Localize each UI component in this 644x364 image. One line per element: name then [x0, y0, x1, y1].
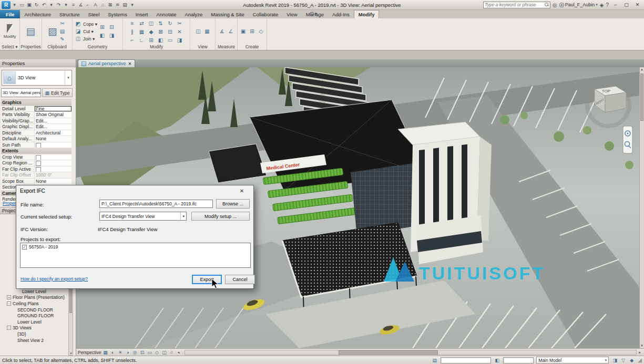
close-button[interactable]: ✕	[633, 1, 642, 9]
tree-expand-icon[interactable]	[12, 314, 16, 318]
edit-type-button[interactable]: ▦ Edit Type	[42, 88, 73, 97]
type-selector-dropdown-icon[interactable]: ▾	[65, 70, 71, 85]
switch-windows-panel-icon[interactable]: ◫	[195, 28, 202, 35]
tree-expand-icon[interactable]	[12, 308, 16, 312]
create-assembly-icon[interactable]: ◇	[257, 28, 265, 35]
cancel-button[interactable]: Cancel	[225, 275, 255, 284]
match-type-icon[interactable]: ✎	[58, 36, 66, 43]
tree-item[interactable]: {3D}	[1, 331, 68, 337]
trim-icon[interactable]: ✂	[176, 19, 183, 27]
tree-item[interactable]: Lower Level	[1, 319, 68, 325]
paint-icon[interactable]: ◨	[108, 32, 116, 39]
minimize-button[interactable]: –	[611, 1, 620, 9]
active-design-option-combo[interactable]: Main Model ▾	[536, 357, 609, 363]
maximize-button[interactable]: ▢	[622, 1, 631, 9]
scrollbar-thumb[interactable]	[339, 350, 438, 355]
unlocked-view-icon[interactable]: ◇	[153, 349, 160, 356]
rotate-icon[interactable]: ↻	[166, 19, 174, 27]
tab-insert[interactable]: Insert	[131, 10, 152, 18]
split-face-icon[interactable]: ◧	[98, 32, 106, 39]
exclude-options-icon[interactable]: ◨	[611, 358, 618, 363]
unpin-icon[interactable]: ⊟	[166, 28, 174, 35]
exchange-apps-icon[interactable]: ◈	[600, 2, 604, 8]
modify-selection-icon[interactable]: ⊡	[310, 11, 314, 16]
cut-tool[interactable]: ◪Cut ▾	[74, 28, 97, 35]
wall-joins-icon[interactable]: ⊞	[98, 23, 106, 30]
tab-steel[interactable]: Steel	[84, 10, 104, 18]
property-row[interactable]: Scope Box None	[1, 179, 71, 185]
tab-analyze[interactable]: Analyze	[181, 10, 207, 18]
tree-expand-icon[interactable]	[12, 332, 16, 336]
close-inactive-icon[interactable]: ▦	[203, 28, 211, 35]
worksets-icon[interactable]: ▤	[431, 358, 438, 363]
measure-between-icon[interactable]: ∡	[218, 28, 226, 35]
property-row[interactable]: Default Analy... None	[1, 136, 71, 142]
default-3d-view-icon[interactable]: ⌂	[99, 1, 106, 9]
combo-dropdown-icon[interactable]: ▾	[605, 358, 607, 362]
tab-file[interactable]: File	[0, 10, 20, 18]
property-row[interactable]: Visibility/Grap... Edit...	[1, 118, 71, 124]
qat-customize-icon[interactable]: ▾	[129, 1, 136, 9]
setup-combo-dropdown-icon[interactable]: ▾	[180, 212, 185, 220]
undo-icon[interactable]: ↶	[40, 1, 47, 9]
wall-opening-icon[interactable]: ▭	[166, 36, 174, 44]
text-icon[interactable]: A	[92, 1, 99, 9]
render-icon[interactable]: ◎	[131, 349, 138, 356]
setup-combo[interactable]: IFC4 Design Transfer View ▾	[99, 212, 187, 221]
tab-add-ins[interactable]: Add-Ins	[328, 10, 354, 18]
dialog-title-bar[interactable]: Export IFC ✕	[16, 185, 253, 196]
sun-path-icon[interactable]: ☀	[116, 349, 124, 356]
revit-logo[interactable]: R	[2, 1, 11, 9]
copy-tool-icon[interactable]: ⊞	[147, 36, 155, 44]
print-icon[interactable]: ≡	[70, 1, 77, 9]
mirror-icon[interactable]: ◫	[147, 19, 155, 27]
view-filter-combo[interactable]: 3D View: Aerial persp	[1, 88, 41, 97]
property-row[interactable]: Parts Visibility Show Original	[1, 112, 71, 118]
reveal-hidden-icon[interactable]: ○	[168, 349, 175, 356]
extend-icon[interactable]: ∟	[138, 36, 146, 44]
tab-architecture[interactable]: Architecture	[20, 10, 55, 18]
signin-user[interactable]: Paul_F_Aubin ▾	[559, 2, 598, 7]
demolish-icon[interactable]: ⊟	[108, 23, 116, 30]
project-checkbox[interactable]: ✓	[22, 245, 27, 249]
type-selector[interactable]: ⌂ 3D View ▾	[2, 70, 72, 86]
tree-expand-icon[interactable]	[12, 320, 16, 324]
open-icon[interactable]: ▭	[18, 1, 25, 9]
search-icon[interactable]	[545, 3, 549, 7]
match-props-icon[interactable]: ◧	[157, 36, 165, 44]
redo-icon[interactable]: ↷	[55, 1, 62, 9]
properties-toggle-button[interactable]: ▤	[26, 26, 36, 36]
canvas-horizontal-scrollbar[interactable]	[185, 350, 637, 355]
viewcube-top-label[interactable]: TOP	[602, 89, 610, 93]
property-row[interactable]: Far Clip Active	[1, 167, 71, 173]
properties-palette-header[interactable]: Properties	[0, 59, 76, 67]
tab-modify[interactable]: Modify	[354, 10, 380, 18]
property-row[interactable]: Detail Level Fine	[1, 106, 71, 112]
measure-icon[interactable]: ∡	[77, 1, 84, 9]
navigation-bar[interactable]	[623, 126, 632, 153]
array-icon[interactable]: ▦	[138, 28, 146, 35]
tab-collaborate[interactable]: Collaborate	[249, 10, 283, 18]
save-icon[interactable]: ▣	[26, 1, 33, 9]
align-icon[interactable]: ≡	[128, 19, 136, 27]
search-input[interactable]	[485, 2, 545, 7]
move-icon[interactable]: ⇅	[157, 19, 165, 27]
tree-item[interactable]: GROUND FLOOR	[1, 313, 68, 319]
tree-expand-icon[interactable]: −	[7, 326, 11, 330]
binoculars-icon[interactable]: ◎	[553, 2, 557, 8]
cope-tool[interactable]: ◩Cope ▾	[74, 20, 97, 27]
modify-tool-button[interactable]: Modify	[4, 24, 16, 39]
tree-expand-icon[interactable]: +	[7, 295, 11, 299]
copy-icon[interactable]: ▤	[58, 28, 66, 35]
property-row[interactable]: Sun Path	[1, 142, 71, 149]
sync-icon[interactable]: ↻	[33, 1, 40, 9]
section-icon[interactable]: ⊠	[107, 1, 114, 9]
visual-style-icon[interactable]: ◐	[109, 349, 116, 356]
thin-lines-icon[interactable]: ≋	[114, 1, 121, 9]
tab-systems[interactable]: Systems	[104, 10, 131, 18]
switch-windows-icon[interactable]: ▤	[121, 1, 128, 9]
tree-expand-icon[interactable]: −	[7, 301, 11, 306]
property-row[interactable]: Far Clip Offset 1000' 0"	[1, 172, 71, 179]
tree-item[interactable]: − Ceiling Plans	[1, 300, 68, 307]
undo-dropdown-icon[interactable]: ▾	[48, 1, 55, 9]
